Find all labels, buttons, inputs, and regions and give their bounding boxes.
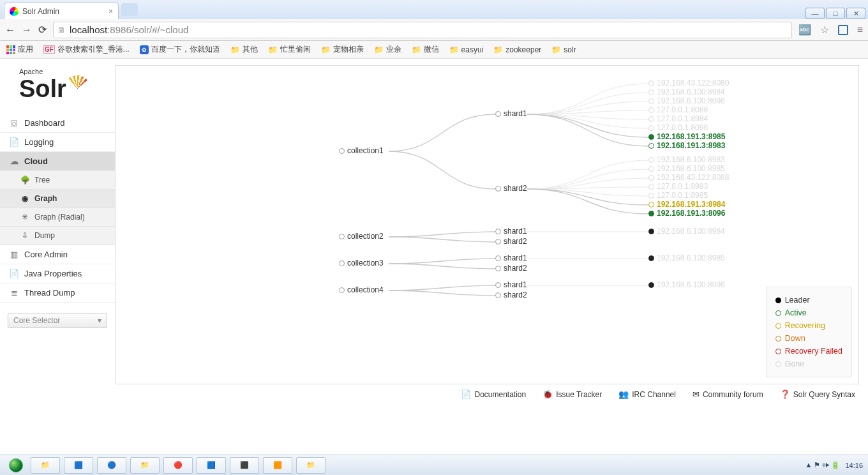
replica-node[interactable]: 192.168.6.100:8983 <box>648 155 725 164</box>
bookmark-item[interactable]: ✿百度一下，你就知道 <box>140 44 220 55</box>
logo: Apache Solr <box>0 65 115 110</box>
nav-item-dashboard[interactable]: ⌼Dashboard <box>0 114 115 133</box>
taskbar-item[interactable]: 🔴 <box>163 457 193 474</box>
replica-node[interactable]: 192.168.191.3:8985 <box>648 132 725 141</box>
subnav-item-dump[interactable]: ⇩Dump <box>0 227 115 245</box>
forward-icon[interactable]: → <box>22 24 32 36</box>
core-selector[interactable]: Core Selector ▾ <box>8 313 107 328</box>
footer-link[interactable]: 🐞Issue Tracker <box>542 389 602 399</box>
replica-node[interactable]: 127.0.0.1:8985 <box>648 191 708 200</box>
cloud-graph-panel: LeaderActiveRecoveringDownRecovery Faile… <box>115 65 859 384</box>
back-icon[interactable]: ← <box>5 24 15 36</box>
taskbar-item[interactable]: ⬛ <box>230 457 259 474</box>
footer-link[interactable]: 👥IRC Channel <box>618 389 676 399</box>
shard-node[interactable]: shard1 <box>495 253 527 262</box>
translate-icon[interactable]: 🔤 <box>798 24 811 36</box>
bookmark-item[interactable]: 📁业余 <box>374 44 401 55</box>
replica-node[interactable]: 192.168.191.3:8983 <box>648 141 725 150</box>
shard-node[interactable]: shard2 <box>495 264 527 273</box>
replica-node[interactable]: 127.0.0.1:8983 <box>648 182 708 191</box>
replica-node[interactable]: 192.168.6.100:8096 <box>648 280 725 289</box>
nav-label: Dashboard <box>24 118 65 128</box>
subnav-label: Graph (Radial) <box>34 213 85 222</box>
replica-node[interactable]: 192.168.43.122:8080 <box>648 79 729 87</box>
bookmark-item[interactable]: 📁solr <box>551 45 576 54</box>
replica-node[interactable]: 192.168.191.3:8096 <box>648 209 725 218</box>
node-dot <box>495 292 501 298</box>
nav-item-core-admin[interactable]: ▥Core Admin <box>0 245 115 264</box>
taskbar-item[interactable]: 🟦 <box>64 457 93 474</box>
footer-link[interactable]: 📄Documentation <box>461 389 526 399</box>
subnav-item-tree[interactable]: 🌳Tree <box>0 171 115 190</box>
bookmark-item[interactable]: 📁zookeeper <box>493 45 541 54</box>
node-dot <box>648 193 654 199</box>
taskbar-item[interactable]: 📁 <box>130 457 160 474</box>
bookmark-item[interactable]: 📁微信 <box>412 44 439 55</box>
bookmark-item[interactable]: 📁宠物相亲 <box>321 44 364 55</box>
subnav-item-graph[interactable]: ◉Graph <box>0 190 115 208</box>
bookmark-item[interactable]: 📁easyui <box>449 45 484 54</box>
taskbar-item[interactable]: 📁 <box>31 457 60 474</box>
minimize-button[interactable]: — <box>805 8 825 19</box>
nav-item-logging[interactable]: 📄Logging <box>0 133 115 152</box>
node-dot <box>495 255 501 261</box>
replica-node[interactable]: 127.0.0.1:8984 <box>648 114 708 123</box>
footer-link[interactable]: ❓Solr Query Syntax <box>780 389 855 399</box>
start-button[interactable] <box>5 457 27 474</box>
collection-node[interactable]: collection1 <box>339 146 384 155</box>
nav-item-cloud[interactable]: ☁Cloud <box>0 152 115 171</box>
shard-node[interactable]: shard1 <box>495 109 527 118</box>
nav-item-thread-dump[interactable]: ≣Thread Dump <box>0 283 115 303</box>
taskbar-item[interactable]: 📁 <box>296 457 326 474</box>
replica-node[interactable]: 192.168.6.100:8985 <box>648 253 725 262</box>
taskbar-item[interactable]: 🟦 <box>197 457 226 474</box>
taskbar-item[interactable]: 🔵 <box>97 457 126 474</box>
tray-icons[interactable]: ▲ ⚑ 🕪 🔋 <box>805 461 840 469</box>
clock[interactable]: 14:16 <box>845 462 863 469</box>
footer-links: 📄Documentation🐞Issue Tracker👥IRC Channel… <box>0 384 868 403</box>
legend-label: Down <box>785 332 805 345</box>
bookmark-item[interactable]: GF谷歌搜索引擎_香港... <box>43 44 130 55</box>
browser-tab[interactable]: Solr Admin × <box>4 3 119 19</box>
shard-node[interactable]: shard1 <box>495 280 527 289</box>
shard-node[interactable]: shard1 <box>495 227 527 236</box>
shard-node[interactable]: shard2 <box>495 290 527 299</box>
reload-icon[interactable]: ⟳ <box>38 24 47 36</box>
collection-node[interactable]: collection3 <box>339 259 384 268</box>
node-label-text: collection3 <box>347 259 384 268</box>
node-label-text: shard2 <box>504 264 527 273</box>
replica-node[interactable]: 127.0.0.1:8088 <box>648 105 708 114</box>
bookmark-item[interactable]: 📁忙里偷闲 <box>268 44 311 55</box>
subnav-label: Graph <box>34 194 57 203</box>
url-input[interactable]: 🗎 localhost:8986/solr/#/~cloud <box>53 22 792 38</box>
nav-item-java-properties[interactable]: 📄Java Properties <box>0 264 115 283</box>
window-controls: — □ ✕ <box>805 8 868 19</box>
node-dot <box>648 184 654 190</box>
bookmark-item[interactable]: 📁其他 <box>230 44 258 55</box>
shard-node[interactable]: shard2 <box>495 237 527 246</box>
replica-node[interactable]: 192.168.191.3:8984 <box>648 200 725 209</box>
extension-icon[interactable] <box>838 25 848 35</box>
footer-link-label: Solr Query Syntax <box>793 390 855 399</box>
bookmark-item[interactable]: 应用 <box>6 44 33 55</box>
collection-node[interactable]: collection2 <box>339 232 384 241</box>
shard-node[interactable]: shard2 <box>495 184 527 193</box>
maximize-button[interactable]: □ <box>826 8 845 19</box>
close-window-button[interactable]: ✕ <box>846 8 865 19</box>
close-icon[interactable]: × <box>108 7 113 16</box>
folder-icon: 📁 <box>374 45 384 54</box>
replica-node[interactable]: 192.168.6.100:8984 <box>648 227 725 236</box>
footer-link[interactable]: ✉Community forum <box>692 389 763 399</box>
replica-node[interactable]: 192.168.43.122:8088 <box>648 173 729 182</box>
replica-node[interactable]: 192.168.6.100:8985 <box>648 164 725 173</box>
subnav-item-graph-radial-[interactable]: ✳Graph (Radial) <box>0 208 115 227</box>
bookmark-star-icon[interactable]: ☆ <box>820 24 829 36</box>
menu-icon[interactable]: ≡ <box>857 24 863 36</box>
new-tab-button[interactable] <box>121 3 138 16</box>
replica-node[interactable]: 192.168.6.100:8984 <box>648 87 725 96</box>
bookmark-label: 微信 <box>424 44 439 55</box>
replica-node[interactable]: 192.168.6.100:8096 <box>648 96 725 105</box>
replica-node[interactable]: 127.0.0.1:8096 <box>648 123 708 132</box>
taskbar-item[interactable]: 🟧 <box>263 457 292 474</box>
collection-node[interactable]: collection4 <box>339 285 384 294</box>
